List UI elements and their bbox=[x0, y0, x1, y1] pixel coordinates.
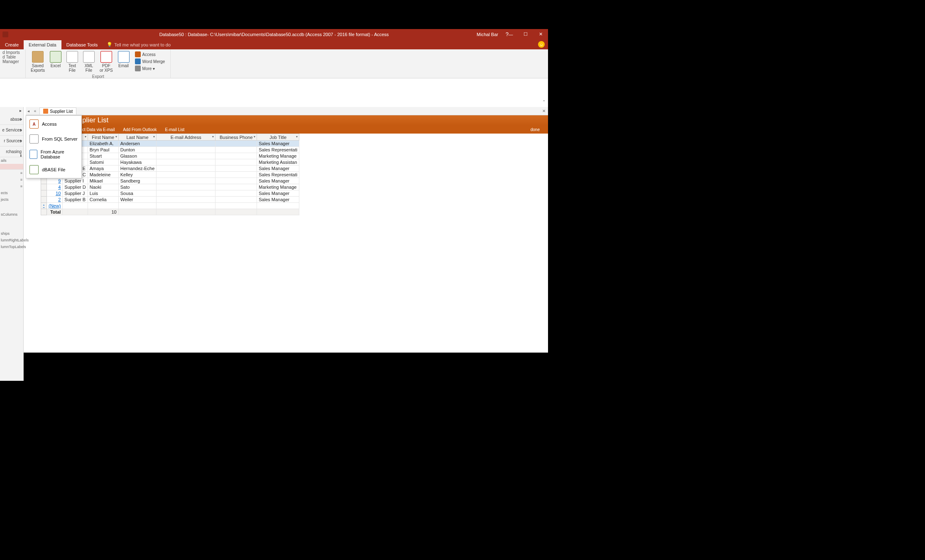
cell-first-name[interactable]: Elizabeth A. bbox=[88, 141, 118, 147]
tab-supplier-list[interactable]: Supplier List bbox=[39, 107, 76, 114]
feedback-smiley-icon[interactable]: ☺ bbox=[538, 41, 545, 48]
row-selector[interactable] bbox=[41, 178, 47, 184]
cell-last-name[interactable]: Hernandez-Eche bbox=[118, 166, 157, 172]
cell-phone[interactable] bbox=[215, 172, 257, 178]
cell-email[interactable] bbox=[157, 147, 215, 153]
cell-job-title[interactable]: Sales Representati bbox=[257, 147, 299, 153]
cell-first-name[interactable]: Amaya bbox=[88, 166, 118, 172]
collect-data-link[interactable]: ct Data via E-mail bbox=[82, 127, 115, 132]
cell-last-name[interactable]: Dunton bbox=[118, 147, 157, 153]
nav-group-purchasing[interactable]: rchasing⬇ bbox=[0, 146, 23, 157]
word-merge-button[interactable]: Word Merge bbox=[134, 58, 166, 65]
nav-item-selected[interactable] bbox=[0, 164, 23, 170]
row-selector[interactable] bbox=[41, 184, 47, 190]
cell-phone[interactable] bbox=[215, 197, 257, 203]
cell-job-title[interactable]: Sales Manager bbox=[257, 141, 299, 147]
nav-item-columns[interactable]: sColumns bbox=[0, 211, 23, 218]
cell-first-name[interactable]: Bryn Paul bbox=[88, 147, 118, 153]
cell-email[interactable] bbox=[157, 172, 215, 178]
collapse-ribbon-icon[interactable]: ⌃ bbox=[542, 100, 546, 104]
cell-phone[interactable] bbox=[215, 141, 257, 147]
saved-imports-button[interactable]: d Imports bbox=[2, 50, 23, 55]
nav-item-ships[interactable]: ships bbox=[0, 230, 23, 237]
cell-job-title[interactable]: Marketing Manage bbox=[257, 153, 299, 159]
linked-table-manager-button[interactable]: d Table Manager bbox=[2, 55, 23, 64]
row-selector[interactable] bbox=[41, 190, 47, 197]
cell-job-title[interactable]: Sales Manager bbox=[257, 190, 299, 197]
nav-group-database[interactable]: abase▸ bbox=[0, 114, 23, 125]
new-record-link[interactable]: (New) bbox=[47, 203, 63, 209]
export-xml-button[interactable]: XML File bbox=[81, 50, 97, 73]
cell-last-name[interactable]: Andersen bbox=[118, 141, 157, 147]
column-job-title[interactable]: Job Title▾ bbox=[257, 134, 299, 141]
cell-job-title[interactable]: Sales Manager bbox=[257, 166, 299, 172]
nav-group-sources[interactable]: r Sources▸ bbox=[0, 136, 23, 146]
cell-job-title[interactable]: Sales Representati bbox=[257, 172, 299, 178]
export-excel-button[interactable]: Excel bbox=[47, 50, 64, 73]
table-row[interactable]: 4Supplier DNaokiSatoMarketing Manage bbox=[41, 184, 299, 190]
nav-item-projects2[interactable]: jects bbox=[0, 196, 23, 203]
cell-last-name[interactable]: Sato bbox=[118, 184, 157, 190]
cell-last-name[interactable]: Hayakawa bbox=[118, 159, 157, 166]
cell-phone[interactable] bbox=[215, 159, 257, 166]
tab-nav-fwd-icon[interactable]: « bbox=[32, 109, 38, 113]
cell-first-name[interactable]: Satomi bbox=[88, 159, 118, 166]
cell-id[interactable]: 10 bbox=[47, 190, 63, 197]
export-more-button[interactable]: More ▾ bbox=[134, 65, 166, 72]
cell-company[interactable]: Supplier D bbox=[63, 184, 88, 190]
tab-external-data[interactable]: External Data bbox=[24, 40, 61, 49]
import-sql-item[interactable]: From SQL Server bbox=[26, 131, 81, 146]
cell-phone[interactable] bbox=[215, 184, 257, 190]
cell-phone[interactable] bbox=[215, 178, 257, 184]
cell-email[interactable] bbox=[157, 166, 215, 172]
close-button[interactable]: ✕ bbox=[533, 29, 548, 39]
table-row[interactable]: 10Supplier JLuisSousaSales Manager bbox=[41, 190, 299, 197]
cell-id[interactable]: 2 bbox=[47, 197, 63, 203]
system-menu-icon[interactable] bbox=[2, 32, 8, 37]
new-record-row[interactable]: *(New) bbox=[41, 203, 299, 209]
export-email-button[interactable]: Email bbox=[115, 50, 132, 73]
cell-last-name[interactable]: Glasson bbox=[118, 153, 157, 159]
cell-job-title[interactable]: Sales Manager bbox=[257, 178, 299, 184]
cell-first-name[interactable]: Naoki bbox=[88, 184, 118, 190]
cell-last-name[interactable]: Kelley bbox=[118, 172, 157, 178]
cell-phone[interactable] bbox=[215, 153, 257, 159]
import-azure-item[interactable]: From Azure Database bbox=[26, 146, 81, 162]
cell-email[interactable] bbox=[157, 178, 215, 184]
cell-phone[interactable] bbox=[215, 166, 257, 172]
cell-email[interactable] bbox=[157, 197, 215, 203]
tab-database-tools[interactable]: Database Tools bbox=[61, 40, 103, 49]
cell-phone[interactable] bbox=[215, 190, 257, 197]
cell-id[interactable]: 9 bbox=[47, 178, 63, 184]
add-from-outlook-link[interactable]: Add From Outlook bbox=[123, 127, 157, 132]
username[interactable]: Michal Bar bbox=[477, 32, 498, 37]
maximize-button[interactable]: ☐ bbox=[518, 29, 533, 39]
cell-phone[interactable] bbox=[215, 147, 257, 153]
cell-id[interactable]: 4 bbox=[47, 184, 63, 190]
row-selector[interactable] bbox=[41, 197, 47, 203]
nav-expand-arrow-icon[interactable]: ▸ bbox=[20, 108, 22, 113]
column-business-phone[interactable]: Business Phone▾ bbox=[215, 134, 257, 141]
cell-first-name[interactable]: Madeleine bbox=[88, 172, 118, 178]
email-list-link[interactable]: E-mail List bbox=[165, 127, 185, 132]
cell-last-name[interactable]: Weiler bbox=[118, 197, 157, 203]
cell-company[interactable]: Supplier I bbox=[63, 178, 88, 184]
nav-item-details[interactable]: ails bbox=[0, 157, 23, 164]
cell-job-title[interactable]: Sales Manager bbox=[257, 197, 299, 203]
saved-exports-button[interactable]: Saved Exports bbox=[28, 50, 47, 73]
nav-item-toplabels[interactable]: lumnTopLabels bbox=[0, 243, 23, 250]
cell-first-name[interactable]: Cornelia bbox=[88, 197, 118, 203]
cell-last-name[interactable]: Sandberg bbox=[118, 178, 157, 184]
table-row[interactable]: 9Supplier IMikaelSandbergSales Manager bbox=[41, 178, 299, 184]
nav-group-services[interactable]: e Services▸ bbox=[0, 125, 23, 136]
tab-nav-back-icon[interactable]: ◂ bbox=[26, 109, 31, 113]
tab-create[interactable]: Create bbox=[0, 40, 24, 49]
nav-item-projects1[interactable]: ects bbox=[0, 190, 23, 196]
import-access-item[interactable]: Access bbox=[26, 117, 81, 131]
export-pdf-button[interactable]: PDF or XPS bbox=[97, 50, 115, 73]
cell-company[interactable]: Supplier B bbox=[63, 197, 88, 203]
done-link[interactable]: done bbox=[531, 127, 540, 132]
cell-job-title[interactable]: Marketing Manage bbox=[257, 184, 299, 190]
cell-email[interactable] bbox=[157, 153, 215, 159]
cell-job-title[interactable]: Marketing Assistan bbox=[257, 159, 299, 166]
